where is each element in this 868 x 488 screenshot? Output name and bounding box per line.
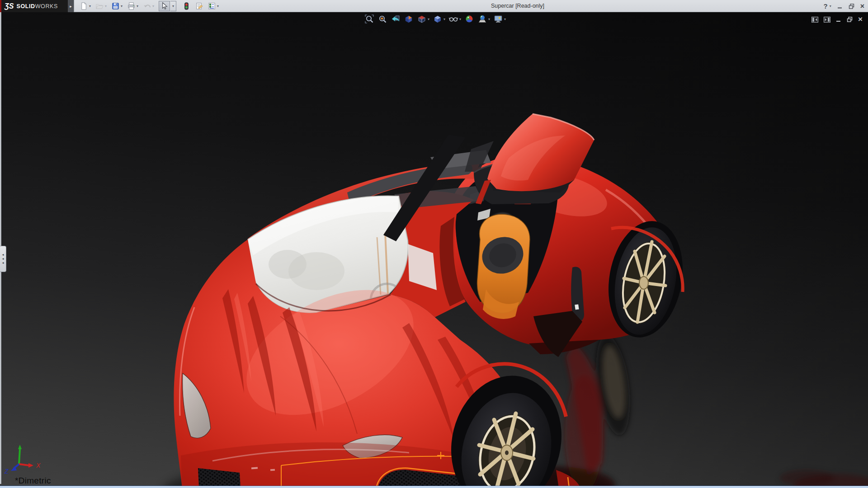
feature-manager-collapsed-tab[interactable]: ◂ ◂ ◂ <box>0 246 6 272</box>
view-settings-icon <box>493 14 503 24</box>
edit-appearance-button[interactable] <box>464 14 474 24</box>
dropdown-caret[interactable]: ▾ <box>217 4 219 8</box>
dropdown-caret[interactable]: ▾ <box>104 4 107 8</box>
zoom-to-area-icon <box>377 14 387 24</box>
menu-flyout-arrow[interactable]: ▸ <box>68 0 74 12</box>
new-document-icon <box>80 2 88 10</box>
open-document-icon <box>95 2 104 10</box>
view-settings-button[interactable]: ▾ <box>493 14 506 24</box>
restore-window-icon[interactable] <box>849 4 854 9</box>
hide-show-items-button[interactable]: ▾ <box>448 14 461 24</box>
select-cursor-icon <box>160 2 169 10</box>
dropdown-caret[interactable]: ▾ <box>120 4 123 8</box>
standard-toolbar: ▾ ▾ ▾ ▾ ▾ ▾ <box>80 0 219 12</box>
options-icon <box>208 2 216 10</box>
view-orientation-button[interactable]: ▾ <box>417 14 429 24</box>
title-bar: ƷS SOLID WORKS ▸ ▾ ▾ ▾ ▾ <box>0 0 868 12</box>
apply-scene-icon <box>477 14 487 24</box>
undo-icon <box>143 2 151 10</box>
minimize-window-icon[interactable] <box>837 4 843 9</box>
left-arrow-icon: ◂ <box>2 262 4 264</box>
triad-z-label: Z <box>4 468 9 475</box>
display-style-button[interactable]: ▾ <box>433 14 445 24</box>
left-arrow-icon: ◂ <box>2 258 4 260</box>
dropdown-caret[interactable]: ▾ <box>152 4 155 8</box>
collapse-left-pane-icon[interactable] <box>811 17 818 23</box>
previous-view-icon <box>391 14 401 24</box>
save-icon <box>111 2 120 10</box>
help-dropdown-caret[interactable]: ▾ <box>830 4 831 8</box>
new-document-button[interactable]: ▾ <box>80 0 91 12</box>
print-button[interactable]: ▾ <box>127 0 139 12</box>
brand-text-light: WORKS <box>35 3 58 9</box>
zoom-to-fit-icon <box>364 14 374 24</box>
dropdown-caret[interactable]: ▾ <box>504 17 506 21</box>
graphics-area[interactable]: ▾ ▾ ▾ ▾ ▾ <box>0 12 868 486</box>
hide-show-items-icon <box>448 14 458 24</box>
view-orientation-label: *Dimetric <box>15 476 51 486</box>
display-style-icon <box>433 14 443 24</box>
options-button[interactable]: ▾ <box>208 0 219 12</box>
edit-appearance-icon <box>464 14 474 24</box>
rebuild-button[interactable] <box>182 0 191 12</box>
solidworks-window: ƷS SOLID WORKS ▸ ▾ ▾ ▾ ▾ <box>0 0 868 488</box>
dropdown-caret: ▾ <box>172 4 175 8</box>
dropdown-caret[interactable]: ▾ <box>428 17 429 21</box>
view-orientation-icon <box>417 14 427 24</box>
save-button[interactable]: ▾ <box>111 0 123 12</box>
file-properties-icon <box>195 2 203 10</box>
document-window-controls: × <box>811 16 863 23</box>
solidworks-logo: ƷS SOLID WORKS <box>0 0 68 12</box>
minimize-document-icon[interactable] <box>836 17 841 22</box>
select-tool-button[interactable]: ▾ <box>159 0 176 12</box>
dropdown-caret[interactable]: ▾ <box>136 4 139 8</box>
taskbar-strip[interactable] <box>0 486 868 488</box>
section-view-icon <box>404 14 414 24</box>
open-document-button[interactable]: ▾ <box>95 0 107 12</box>
triad-x-label: X <box>36 462 41 469</box>
select-tool-dropdown[interactable]: ▾ <box>170 1 176 11</box>
apply-scene-button[interactable]: ▾ <box>477 14 490 24</box>
headsup-view-toolbar: ▾ ▾ ▾ ▾ ▾ <box>364 14 506 24</box>
undo-button[interactable]: ▾ <box>143 0 155 12</box>
zoom-to-area-button[interactable] <box>377 14 387 24</box>
rebuild-traffic-light-icon <box>182 2 191 10</box>
select-tool-active-box[interactable] <box>159 1 170 11</box>
previous-view-button[interactable] <box>391 14 401 24</box>
file-properties-button[interactable] <box>195 0 203 12</box>
section-view-button[interactable] <box>404 14 414 24</box>
brand-text-bold: SOLID <box>16 3 35 9</box>
zoom-to-fit-button[interactable] <box>364 14 374 24</box>
dropdown-caret[interactable]: ▾ <box>89 4 91 8</box>
ds-logo-glyph: ƷS <box>5 2 14 10</box>
restore-document-icon[interactable] <box>847 17 853 22</box>
left-arrow-icon: ◂ <box>2 253 4 256</box>
car-model-canvas[interactable] <box>0 12 868 486</box>
window-controls: ? ▾ × <box>823 0 864 12</box>
logo-red-stripe <box>0 0 1 12</box>
print-icon <box>127 2 136 10</box>
close-window-icon[interactable]: × <box>860 0 864 12</box>
dropdown-caret[interactable]: ▾ <box>488 17 490 21</box>
dropdown-caret[interactable]: ▾ <box>459 17 461 21</box>
document-title: Supercar [Read-only] <box>463 0 572 12</box>
close-document-icon[interactable]: × <box>858 16 863 23</box>
dropdown-caret[interactable]: ▾ <box>443 17 445 21</box>
collapse-right-pane-icon[interactable] <box>824 17 830 23</box>
help-button[interactable]: ? <box>823 2 827 10</box>
